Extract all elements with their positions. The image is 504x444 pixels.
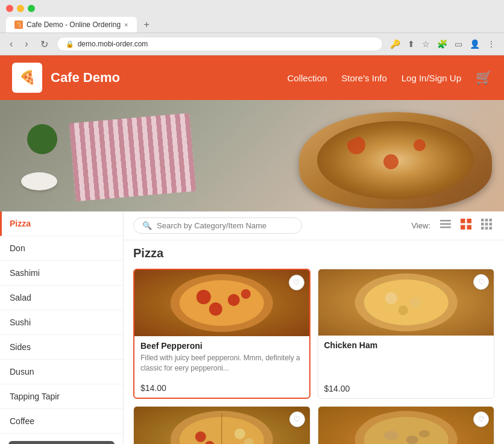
- logo-icon: 🍕: [19, 70, 36, 86]
- item-footer-2: $14.00: [318, 384, 494, 398]
- sidebar: Pizza Don Sashimi Salad Sushi Sides Dusu…: [0, 211, 124, 444]
- svg-point-26: [398, 305, 408, 315]
- svg-point-31: [235, 428, 245, 439]
- sidebar-item-sashimi[interactable]: Sashimi: [0, 261, 123, 286]
- svg-rect-12: [490, 223, 493, 226]
- content-area: 🔍 View: Pizza: [124, 211, 504, 444]
- search-input-wrap: 🔍: [133, 217, 302, 234]
- collection-link[interactable]: Collection: [287, 73, 327, 83]
- lock-icon: 🔒: [66, 40, 74, 48]
- grid2-view-button[interactable]: [458, 217, 474, 234]
- tab-close-icon[interactable]: ×: [124, 21, 128, 28]
- svg-rect-6: [467, 225, 472, 230]
- svg-point-25: [409, 297, 420, 308]
- svg-point-35: [383, 431, 398, 440]
- svg-rect-8: [485, 219, 488, 222]
- svg-rect-4: [467, 219, 472, 224]
- wishlist-button-4[interactable]: ♡: [473, 411, 489, 427]
- item-price-2: $14.00: [324, 384, 350, 393]
- svg-rect-11: [485, 223, 488, 226]
- wishlist-button-1[interactable]: ♡: [289, 275, 304, 290]
- sidebar-item-coffee[interactable]: Coffee: [0, 409, 123, 434]
- item-image-mushroom: [318, 407, 494, 444]
- search-icon: 🔍: [142, 221, 152, 230]
- item-body-2: Chicken Ham: [318, 336, 494, 384]
- item-image-chicken-ham: [318, 269, 494, 336]
- browser-chrome: 🍕 Cafe Demo - Online Ordering × + ‹ › ↻ …: [0, 0, 504, 55]
- svg-point-24: [385, 292, 397, 304]
- extensions-icon[interactable]: 🧩: [435, 38, 450, 50]
- svg-rect-0: [440, 220, 451, 222]
- site-title: Cafe Demo: [51, 70, 287, 86]
- section-title: Pizza: [133, 246, 494, 260]
- item-name-2: Chicken Ham: [324, 340, 488, 350]
- cart-icon[interactable]: 🛒: [476, 70, 492, 86]
- item-footer-1: $14.00: [134, 383, 309, 398]
- item-card-beef-pepperoni[interactable]: ♡ Beef Pepperoni Filled with juicy beef …: [133, 269, 310, 399]
- list-view-button[interactable]: [438, 217, 453, 234]
- svg-point-20: [209, 302, 222, 316]
- back-button[interactable]: ‹: [6, 37, 16, 51]
- address-bar[interactable]: 🔒 demo.mobi-order.com: [57, 37, 383, 51]
- sidebar-item-sushi[interactable]: Sushi: [0, 310, 123, 335]
- sidebar-item-dusun[interactable]: Dusun: [0, 360, 123, 384]
- svg-rect-3: [461, 219, 465, 224]
- items-grid: ♡ Beef Pepperoni Filled with juicy beef …: [133, 269, 494, 444]
- svg-point-17: [180, 280, 264, 326]
- item-name-1: Beef Pepperoni: [140, 341, 303, 351]
- hero-pizza-image: [287, 106, 492, 211]
- sidebar-item-don[interactable]: Don: [0, 236, 123, 261]
- sidebar-item-pizza[interactable]: Pizza: [0, 211, 123, 236]
- stores-info-link[interactable]: Store's Info: [341, 73, 386, 83]
- main-content: Pizza Don Sashimi Salad Sushi Sides Dusu…: [0, 211, 504, 444]
- window-icon[interactable]: ▭: [452, 38, 465, 50]
- view-controls: View:: [411, 217, 494, 234]
- refresh-button[interactable]: ↻: [37, 37, 52, 51]
- key-icon[interactable]: 🔑: [388, 38, 403, 50]
- browser-tab[interactable]: 🍕 Cafe Demo - Online Ordering ×: [6, 17, 137, 33]
- item-card-mushroom[interactable]: ♡ Mushroom Loaded with 100% more mushroo…: [318, 406, 495, 444]
- item-image-beef-pepperoni: [134, 270, 309, 336]
- svg-rect-2: [440, 227, 451, 228]
- item-body-1: Beef Pepperoni Filled with juicy beef pe…: [134, 336, 309, 383]
- url-text: demo.mobi-order.com: [78, 40, 148, 48]
- profile-icon[interactable]: 👤: [467, 38, 482, 50]
- new-tab-button[interactable]: +: [139, 17, 154, 33]
- hero-plate-decoration: [21, 172, 57, 190]
- svg-rect-7: [481, 219, 484, 222]
- item-price-1: $14.00: [140, 383, 166, 393]
- search-input[interactable]: [157, 221, 293, 230]
- item-card-chicken-ham[interactable]: ♡ Chicken Ham $14.00: [318, 269, 495, 399]
- svg-point-21: [241, 289, 251, 299]
- wishlist-button-3[interactable]: ♡: [289, 411, 305, 427]
- svg-rect-14: [485, 227, 488, 230]
- svg-point-19: [228, 294, 240, 306]
- bookmark-icon[interactable]: ☆: [420, 38, 432, 50]
- item-card-half-n-half[interactable]: ♡ Half n Half $14.00 Best Seller: [133, 406, 310, 444]
- close-button[interactable]: [6, 5, 13, 12]
- svg-rect-10: [481, 223, 484, 226]
- maximize-button[interactable]: [28, 5, 35, 12]
- minimize-button[interactable]: [17, 5, 24, 12]
- svg-point-23: [364, 280, 448, 325]
- search-bar: 🔍 View:: [124, 211, 504, 240]
- site-nav: Collection Store's Info Log In/Sign Up 🛒: [287, 70, 492, 86]
- wishlist-button-2[interactable]: ♡: [473, 274, 489, 290]
- site-logo: 🍕: [12, 63, 42, 93]
- sidebar-item-sides[interactable]: Sides: [0, 335, 123, 360]
- view-label: View:: [411, 221, 430, 230]
- menu-icon[interactable]: ⋮: [485, 38, 498, 50]
- svg-rect-1: [440, 224, 451, 225]
- svg-point-29: [195, 431, 206, 442]
- svg-point-18: [197, 290, 211, 304]
- hero-banner: [0, 100, 504, 211]
- sidebar-item-salad[interactable]: Salad: [0, 286, 123, 310]
- share-icon[interactable]: ⬆: [405, 38, 417, 50]
- grid3-view-button[interactable]: [479, 217, 494, 234]
- book-table-button[interactable]: Book A Table: [8, 441, 115, 444]
- site-header: 🍕 Cafe Demo Collection Store's Info Log …: [0, 55, 504, 100]
- hero-cloth-decoration: [69, 113, 197, 202]
- sidebar-item-tapping-tapir[interactable]: Tapping Tapir: [0, 384, 123, 409]
- forward-button[interactable]: ›: [21, 37, 31, 51]
- login-link[interactable]: Log In/Sign Up: [402, 73, 461, 83]
